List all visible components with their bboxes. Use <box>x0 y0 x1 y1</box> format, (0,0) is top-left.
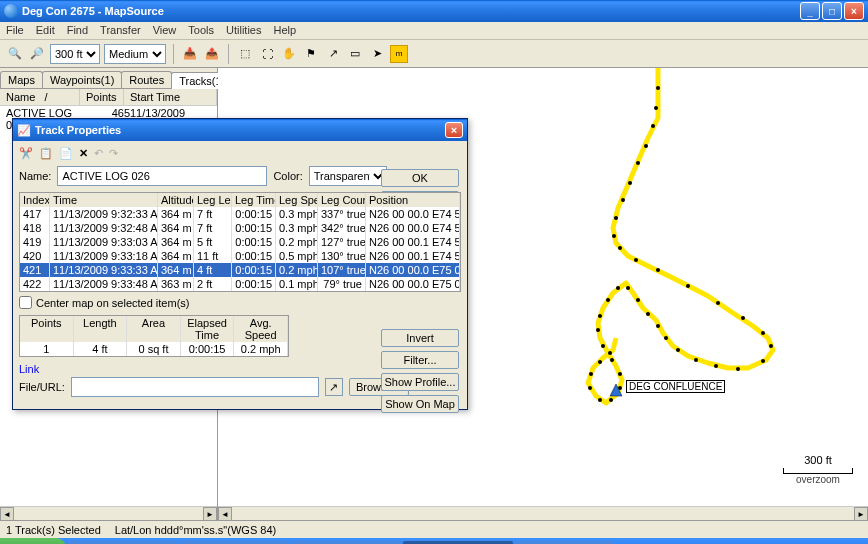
zoom-select[interactable]: 300 ft <box>50 44 100 64</box>
col-position[interactable]: Position <box>366 193 460 207</box>
svg-point-13 <box>716 301 720 305</box>
col-leg-speed[interactable]: Leg Speed <box>276 193 318 207</box>
start-button[interactable]: start <box>0 538 66 544</box>
col-start[interactable]: Start Time <box>124 89 217 105</box>
toolbar: 🔍 🔎 300 ft Medium 📥 📤 ⬚ ⛶ ✋ ⚑ ↗ ▭ ➤ m <box>0 40 868 68</box>
map-scroll-right-icon[interactable]: ► <box>854 507 868 521</box>
svg-point-17 <box>761 359 765 363</box>
center-map-checkbox[interactable] <box>19 296 32 309</box>
selection-tool-icon[interactable]: ⬚ <box>236 45 254 63</box>
zoom-tool-icon[interactable]: ⛶ <box>258 45 276 63</box>
svg-point-27 <box>616 286 620 290</box>
col-index[interactable]: Index <box>20 193 50 207</box>
hand-tool-icon[interactable]: ✋ <box>280 45 298 63</box>
waypoint-label[interactable]: DEG CONFLUENCE <box>626 380 725 393</box>
route-tool-icon[interactable]: ↗ <box>324 45 342 63</box>
menu-tools[interactable]: Tools <box>188 24 214 37</box>
cut-icon[interactable]: ✂️ <box>19 147 33 160</box>
menu-find[interactable]: Find <box>67 24 88 37</box>
svg-point-16 <box>769 344 773 348</box>
system-tray[interactable]: 🛡️8:08 PM <box>787 538 868 544</box>
ok-button[interactable]: OK <box>381 169 459 187</box>
svg-point-35 <box>609 398 613 402</box>
col-leg-time[interactable]: Leg Time <box>232 193 276 207</box>
svg-point-37 <box>588 386 592 390</box>
zoom-out-icon[interactable]: 🔎 <box>28 45 46 63</box>
grid-row[interactable]: 42211/13/2009 9:33:48 AM363 m2 ft0:00:15… <box>20 277 460 291</box>
svg-point-33 <box>618 372 622 376</box>
file-url-input[interactable] <box>71 377 319 397</box>
menu-edit[interactable]: Edit <box>36 24 55 37</box>
arrow-tool-icon[interactable]: ➤ <box>368 45 386 63</box>
col-name[interactable]: Name / <box>0 89 80 105</box>
waypoint-tool-icon[interactable]: ⚑ <box>302 45 320 63</box>
col-altitude[interactable]: Altitude <box>158 193 194 207</box>
paste-icon[interactable]: 📄 <box>59 147 73 160</box>
svg-point-31 <box>601 344 605 348</box>
svg-point-25 <box>636 298 640 302</box>
file-url-label: File/URL: <box>19 381 65 393</box>
svg-point-5 <box>628 181 632 185</box>
maximize-button[interactable]: □ <box>822 2 842 20</box>
col-leg-course[interactable]: Leg Course <box>318 193 366 207</box>
track-points-grid[interactable]: Index Time Altitude Leg Length Leg Time … <box>19 192 461 292</box>
svg-point-22 <box>664 336 668 340</box>
close-button[interactable]: × <box>844 2 864 20</box>
scroll-right-icon[interactable]: ► <box>203 507 217 521</box>
minimize-button[interactable]: _ <box>800 2 820 20</box>
svg-point-4 <box>636 161 640 165</box>
summary-grid: PointsLengthAreaElapsed TimeAvg. Speed 1… <box>19 315 289 357</box>
detail-select[interactable]: Medium <box>104 44 166 64</box>
svg-point-19 <box>714 364 718 368</box>
col-points[interactable]: Points <box>80 89 124 105</box>
name-input[interactable] <box>57 166 267 186</box>
svg-point-26 <box>626 286 630 290</box>
copy-icon[interactable]: 📋 <box>39 147 53 160</box>
menu-utilities[interactable]: Utilities <box>226 24 261 37</box>
menu-transfer[interactable]: Transfer <box>100 24 141 37</box>
svg-point-21 <box>676 348 680 352</box>
zoom-in-icon[interactable]: 🔍 <box>6 45 24 63</box>
grid-row[interactable]: 42311/13/2009 9:34:03 AM364 m8 ft0:00:15… <box>20 291 460 292</box>
scroll-left-icon[interactable]: ◄ <box>0 507 14 521</box>
svg-point-14 <box>741 316 745 320</box>
grid-row[interactable]: 41711/13/2009 9:32:33 AM364 m7 ft0:00:15… <box>20 207 460 221</box>
color-select[interactable]: Transparent <box>309 166 387 186</box>
show-on-map-button[interactable]: Show On Map <box>381 395 459 413</box>
svg-point-29 <box>598 314 602 318</box>
svg-point-6 <box>621 198 625 202</box>
menu-help[interactable]: Help <box>273 24 296 37</box>
undo-icon[interactable]: ↶ <box>94 147 103 160</box>
color-label: Color: <box>273 170 302 182</box>
grid-row[interactable]: 42111/13/2009 9:33:33 AM364 m4 ft0:00:15… <box>20 263 460 277</box>
svg-point-11 <box>656 268 660 272</box>
svg-point-2 <box>651 124 655 128</box>
track-properties-dialog: 📈 Track Properties × OK Cancel ✂️ 📋 📄 ✕ … <box>12 118 468 410</box>
dialog-close-button[interactable]: × <box>445 122 463 138</box>
grid-row[interactable]: 41811/13/2009 9:32:48 AM364 m7 ft0:00:15… <box>20 221 460 235</box>
grid-row[interactable]: 41911/13/2009 9:33:03 AM364 m5 ft0:00:15… <box>20 235 460 249</box>
redo-icon[interactable]: ↷ <box>109 147 118 160</box>
menu-file[interactable]: File <box>6 24 24 37</box>
menu-view[interactable]: View <box>153 24 177 37</box>
svg-point-18 <box>736 367 740 371</box>
delete-icon[interactable]: ✕ <box>79 147 88 160</box>
svg-point-20 <box>694 358 698 362</box>
invert-button[interactable]: Invert <box>381 329 459 347</box>
svg-point-24 <box>646 312 650 316</box>
grid-row[interactable]: 42011/13/2009 9:33:18 AM364 m11 ft0:00:1… <box>20 249 460 263</box>
col-leg-length[interactable]: Leg Length <box>194 193 232 207</box>
svg-point-30 <box>596 328 600 332</box>
filter-button[interactable]: Filter... <box>381 351 459 369</box>
tab-routes[interactable]: Routes <box>121 71 172 88</box>
open-url-icon[interactable]: ↗ <box>325 378 343 396</box>
show-profile-button[interactable]: Show Profile... <box>381 373 459 391</box>
col-time[interactable]: Time <box>50 193 158 207</box>
tab-waypoints[interactable]: Waypoints(1) <box>42 71 122 88</box>
measure-tool-icon[interactable]: m <box>390 45 408 63</box>
send-device-icon[interactable]: 📥 <box>181 45 199 63</box>
recv-device-icon[interactable]: 📤 <box>203 45 221 63</box>
map-scroll-left-icon[interactable]: ◄ <box>218 507 232 521</box>
tab-maps[interactable]: Maps <box>0 71 43 88</box>
map-tool-icon[interactable]: ▭ <box>346 45 364 63</box>
